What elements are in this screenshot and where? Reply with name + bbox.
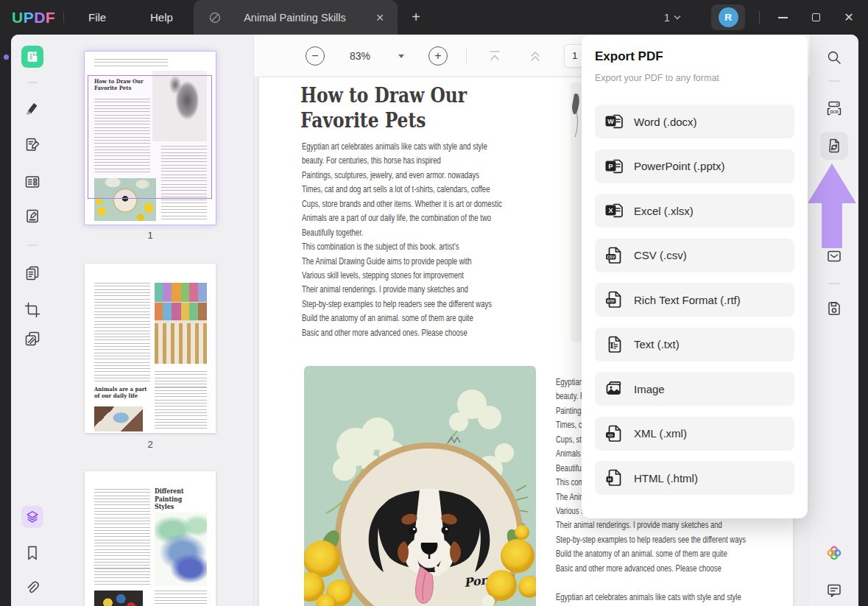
tab-close-icon[interactable]: ✕ [371, 9, 389, 27]
word-file-icon: W [604, 112, 624, 131]
export-option-word[interactable]: W Word (.docx) [595, 105, 794, 138]
export-pdf-button[interactable] [820, 132, 848, 160]
dog-sketch-image [571, 82, 582, 342]
export-pdf-panel: Export PDF Export your PDF to any format… [582, 35, 808, 518]
ai-assistant-button[interactable] [826, 545, 842, 561]
page-view-indicator[interactable] [88, 75, 212, 199]
panel-subtitle: Export your PDF to any format [595, 73, 719, 83]
painting-photo-thumbnail [94, 406, 143, 431]
comment-tool-button[interactable] [24, 100, 40, 116]
document-paragraph: Egyptian art celebrates animals like cat… [302, 139, 579, 339]
export-option-image[interactable]: Image [595, 372, 794, 406]
text-line: Various skill levels, stepping stones fo… [302, 268, 502, 282]
rtf-file-icon: RTF [604, 290, 624, 309]
divider [828, 80, 840, 82]
zoom-dropdown-caret[interactable] [398, 54, 404, 58]
divider [759, 11, 760, 24]
organize-pages-button[interactable] [24, 265, 40, 281]
svg-text:RTF: RTF [607, 299, 615, 303]
crop-icon [24, 302, 40, 318]
palette-photo-thumbnail [155, 283, 207, 364]
export-option-label: Image [634, 383, 665, 395]
export-option-text[interactable]: T Text (.txt) [595, 328, 794, 362]
edit-document-icon [24, 137, 40, 153]
layers-button[interactable] [21, 506, 43, 528]
text-line: Their animal renderings. I provide many … [556, 518, 756, 532]
logo-letter: P [24, 9, 35, 27]
image-file-icon [604, 379, 624, 398]
reader-mode-button[interactable] [21, 46, 43, 68]
scroll-to-top-button[interactable] [487, 49, 502, 66]
export-option-powerpoint[interactable]: P PowerPoint (.pptx) [595, 149, 794, 183]
minimize-button[interactable] [772, 0, 794, 35]
updf-logo: UPDF [12, 0, 55, 35]
reader-icon [25, 49, 40, 64]
zoom-out-icon: − [311, 49, 318, 63]
text-line: Basic and other more advanced ones. Plea… [302, 325, 502, 339]
menu-help[interactable]: Help [141, 0, 182, 35]
thumb-text-lines [155, 371, 207, 431]
divider [828, 283, 840, 284]
fill-sign-button[interactable] [24, 208, 40, 225]
zoom-in-button[interactable]: + [428, 46, 448, 66]
workspace: How to Draw Our Favorite Pets 1 Animals … [11, 35, 858, 606]
crop-pages-button[interactable] [24, 302, 40, 318]
comment-bubble-icon [826, 582, 842, 599]
edit-disabled-icon [208, 11, 222, 24]
minimize-icon [778, 17, 788, 18]
logo-letter: U [12, 9, 24, 27]
svg-text:OCR: OCR [830, 110, 839, 114]
document-heading: How to Draw Our [300, 83, 467, 108]
text-line: Egyptian art celebrates animals like cat… [556, 590, 756, 604]
export-option-xml[interactable]: </> XML (.xml) [595, 417, 794, 451]
close-button[interactable]: ✕ [838, 0, 860, 35]
text-line: Cups, store brands and other items. Whet… [302, 197, 502, 211]
text-line: Basic and other more advanced ones. Plea… [556, 561, 756, 575]
export-option-excel[interactable]: X Excel (.xlsx) [595, 194, 794, 228]
text-line: Beautifully together. [302, 225, 502, 239]
previous-page-button[interactable] [528, 49, 543, 66]
thumbnail-panel: How to Draw Our Favorite Pets 1 Animals … [46, 35, 254, 606]
new-tab-button[interactable]: + [406, 7, 426, 27]
attachment-button[interactable] [24, 580, 40, 596]
form-icon [24, 174, 40, 190]
save-icon [826, 300, 842, 316]
zoom-level[interactable]: 83% [350, 35, 370, 77]
export-option-label: Word (.docx) [634, 116, 697, 128]
zoom-out-button[interactable]: − [306, 46, 325, 66]
export-option-html[interactable]: H HTML (.html) [595, 461, 794, 495]
watermark-button[interactable] [24, 331, 40, 347]
edit-pdf-button[interactable] [24, 137, 40, 153]
window-page-count[interactable]: 1 [664, 0, 681, 35]
powerpoint-file-icon: P [604, 157, 624, 176]
account-button[interactable]: R [711, 4, 745, 30]
save-button[interactable] [826, 300, 842, 316]
paperclip-icon [24, 580, 40, 596]
search-button[interactable] [826, 49, 842, 66]
divider [27, 244, 38, 246]
thumb-text-lines [94, 283, 150, 381]
menu-file[interactable]: File [80, 0, 115, 35]
forms-button[interactable] [24, 174, 40, 190]
export-option-label: Rich Text Format (.rtf) [634, 294, 741, 306]
share-button[interactable] [826, 248, 842, 264]
svg-text:</>: </> [607, 432, 613, 437]
ocr-button[interactable]: OCR [826, 100, 842, 116]
document-tab[interactable]: Animal Painting Skills ✕ [194, 0, 398, 35]
thumbnail-page-1[interactable]: How to Draw Our Favorite Pets [85, 52, 216, 225]
export-option-csv[interactable]: CSV CSV (.csv) [595, 239, 794, 272]
text-line: The Animal Drawing Guide aims to provide… [302, 254, 502, 268]
thumb-text-lines [94, 489, 150, 586]
thumb-heading: Animals are a part of our daily life [94, 386, 154, 399]
panel-title: Export PDF [595, 49, 663, 64]
feedback-button[interactable] [826, 582, 842, 599]
thumbnail-page-3[interactable]: Different Painting Styles [85, 471, 216, 606]
text-file-icon: T [604, 335, 624, 354]
bookmark-button[interactable] [24, 545, 40, 561]
thumbnail-page-2[interactable]: Animals are a part of our daily life [85, 264, 216, 433]
export-option-rtf[interactable]: RTF Rich Text Format (.rtf) [595, 283, 794, 317]
maximize-button[interactable] [805, 0, 827, 35]
close-icon: ✕ [844, 10, 853, 24]
text-line: Animals are a part of our daily life, th… [302, 211, 502, 225]
highlighter-icon [24, 100, 40, 116]
